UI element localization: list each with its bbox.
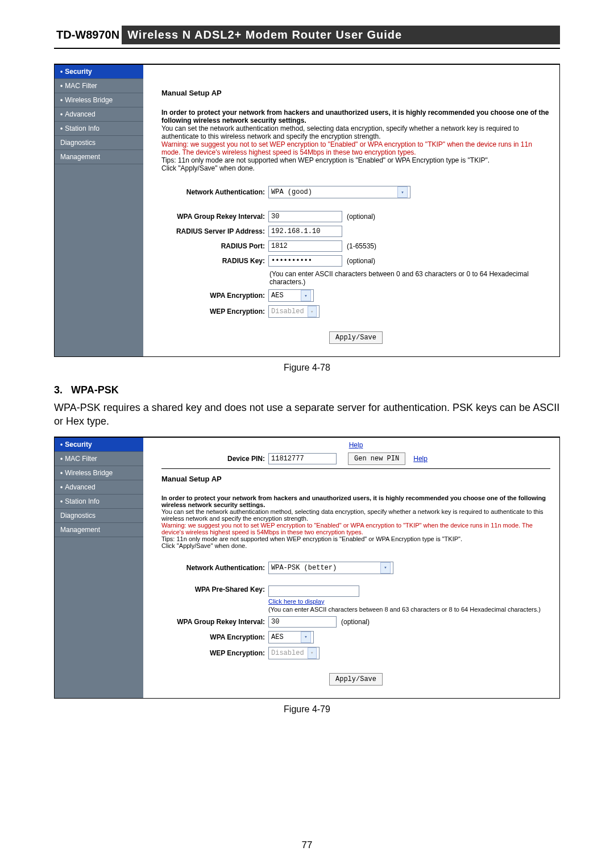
header-rule (54, 48, 560, 49)
manual-setup-heading: Manual Setup AP (161, 89, 550, 97)
chevron-down-icon: ▾ (301, 290, 311, 301)
intro-bold: In order to protect your network from ha… (161, 109, 550, 124)
gen-new-pin-button[interactable]: Gen new PIN (348, 452, 405, 465)
sidebar-item-wireless-bridge[interactable]: •Wireless Bridge (55, 93, 143, 107)
network-auth-select-79[interactable]: WPA-PSK (better) ▾ (268, 562, 393, 574)
apply-save-button[interactable]: Apply/Save (329, 331, 383, 344)
rekey-input[interactable] (268, 211, 342, 222)
help-link-pin[interactable]: Help (413, 455, 428, 463)
sidebar-item-wireless-bridge[interactable]: •Wireless Bridge (55, 466, 143, 480)
tips-79: Tips: 11n only mode are not supported wh… (161, 535, 550, 542)
intro2-79: You can set the network authentication m… (161, 508, 550, 522)
network-auth-select[interactable]: WPA (good) ▾ (268, 186, 410, 198)
figure-78-caption: Figure 4-78 (54, 363, 560, 373)
manual-setup-heading-79: Manual Setup AP (161, 475, 550, 483)
psk-input[interactable] (268, 585, 359, 597)
wep-enc-label: WEP Encryption: (161, 308, 268, 315)
click-to-display-link[interactable]: Click here to display (268, 598, 324, 605)
sidebar-fig78: •Security •MAC Filter •Wireless Bridge •… (55, 65, 143, 356)
radius-ip-input[interactable] (268, 226, 342, 237)
page-number: 77 (0, 840, 614, 851)
chevron-down-icon: ▾ (301, 632, 311, 643)
warning-text: Warning: we suggest you not to set WEP e… (161, 140, 550, 156)
radius-port-range: (1-65535) (347, 242, 376, 250)
wpa-enc-select[interactable]: AES ▾ (268, 289, 314, 302)
psk-note: (You can enter ASCII characters between … (268, 606, 541, 613)
figure-4-79: •Security •MAC Filter •Wireless Bridge •… (54, 437, 560, 699)
wep-enc-label-79: WEP Encryption: (161, 649, 268, 657)
rekey-optional: (optional) (347, 213, 375, 221)
sidebar-item-security[interactable]: •Security (55, 65, 143, 79)
sidebar-item-station-info[interactable]: •Station Info (55, 495, 143, 509)
radius-key-note: (You can enter ASCII characters between … (269, 270, 550, 286)
radius-key-label: RADIUS Key: (161, 257, 268, 265)
wep-enc-select: Disabled ▾ (268, 305, 320, 318)
wpa-enc-label-79: WPA Encryption: (161, 633, 268, 641)
section-body: WPA-PSK requires a shared key and does n… (54, 401, 560, 429)
chevron-down-icon: ▾ (380, 562, 391, 574)
figure-79-caption: Figure 4-79 (54, 704, 560, 715)
sidebar-fig79: •Security •MAC Filter •Wireless Bridge •… (55, 438, 143, 698)
content-fig78: Manual Setup AP In order to protect your… (143, 65, 559, 356)
radius-ip-label: RADIUS Server IP Address: (161, 227, 268, 235)
sidebar-item-station-info[interactable]: •Station Info (55, 122, 143, 136)
radius-key-input[interactable] (268, 255, 342, 267)
click-done-79: Click "Apply/Save" when done. (161, 542, 550, 549)
sidebar-item-advanced[interactable]: •Advanced (55, 480, 143, 495)
tips-text: Tips: 11n only mode are not supported wh… (161, 156, 550, 164)
chevron-down-icon: ▾ (308, 306, 317, 317)
content-fig79: Help Device PIN: Gen new PIN Help Manual… (143, 438, 559, 698)
intro2: You can set the network authentication m… (161, 124, 550, 140)
section-heading: 3. WPA-PSK (54, 384, 560, 396)
device-pin-label: Device PIN: (161, 455, 268, 463)
radius-key-optional: (optional) (347, 257, 375, 265)
rekey-input-79[interactable] (268, 616, 337, 628)
network-auth-label: Network Authentication: (161, 188, 268, 196)
rekey-label-79: WPA Group Rekey Interval: (161, 618, 268, 626)
wpa-enc-select-79[interactable]: AES ▾ (268, 631, 314, 643)
sidebar-item-mac-filter[interactable]: •MAC Filter (55, 452, 143, 466)
sidebar-item-diagnostics[interactable]: Diagnostics (55, 136, 143, 150)
chevron-down-icon: ▾ (308, 647, 317, 659)
wep-enc-select-79: Disabled ▾ (268, 647, 320, 659)
chevron-down-icon: ▾ (397, 186, 408, 198)
doc-header: TD-W8970N Wireless N ADSL2+ Modem Router… (54, 26, 560, 44)
sidebar-item-mac-filter[interactable]: •MAC Filter (55, 79, 143, 93)
figure-4-78: •Security •MAC Filter •Wireless Bridge •… (54, 64, 560, 357)
intro-bold-79: In order to protect your network from ha… (161, 495, 550, 508)
radius-port-label: RADIUS Port: (161, 242, 268, 250)
rekey-label: WPA Group Rekey Interval: (161, 213, 268, 221)
wpa-enc-label: WPA Encryption: (161, 292, 268, 300)
warning-79: Warning: we suggest you not to set WEP e… (161, 522, 550, 535)
help-link-top[interactable]: Help (349, 441, 363, 449)
sidebar-item-management[interactable]: Management (55, 523, 143, 537)
network-auth-label-79: Network Authentication: (161, 564, 268, 572)
doc-title: Wireless N ADSL2+ Modem Router User Guid… (122, 26, 560, 44)
model-label: TD-W8970N (54, 26, 122, 44)
sidebar-item-management[interactable]: Management (55, 150, 143, 164)
device-pin-input[interactable] (268, 453, 337, 464)
psk-label: WPA Pre-Shared Key: (161, 585, 268, 593)
divider (161, 468, 550, 469)
apply-save-button-79[interactable]: Apply/Save (329, 673, 383, 686)
rekey-optional-79: (optional) (341, 618, 370, 626)
sidebar-item-advanced[interactable]: •Advanced (55, 107, 143, 122)
sidebar-item-diagnostics[interactable]: Diagnostics (55, 509, 143, 523)
click-done: Click "Apply/Save" when done. (161, 164, 550, 172)
radius-port-input[interactable] (268, 240, 342, 252)
sidebar-item-security[interactable]: •Security (55, 438, 143, 452)
